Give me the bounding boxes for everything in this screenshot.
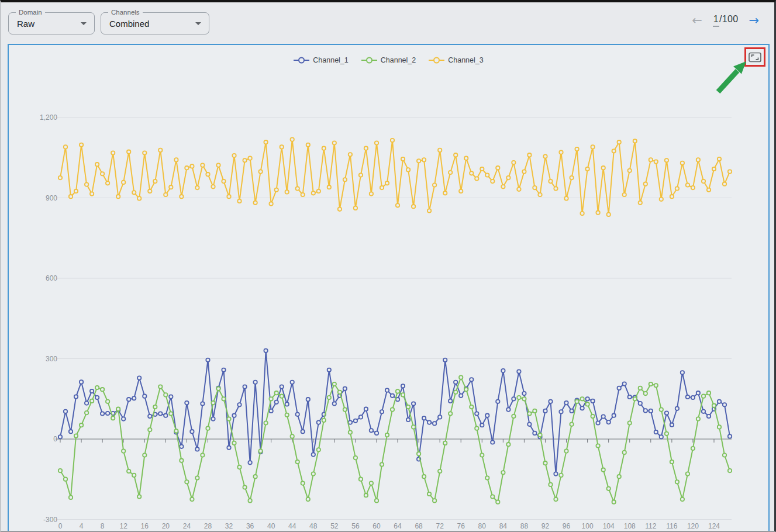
legend: Channel_1Channel_2Channel_3 xyxy=(9,56,768,64)
svg-text:8: 8 xyxy=(101,522,105,530)
channels-select[interactable]: Channels Combined xyxy=(101,12,209,34)
chart-canvas: -30003006009001,200048121620242832364044… xyxy=(9,45,768,531)
channels-select-value: Combined xyxy=(109,19,149,29)
svg-text:72: 72 xyxy=(436,522,444,530)
svg-text:124: 124 xyxy=(708,522,720,530)
svg-text:108: 108 xyxy=(624,522,636,530)
annotation-highlight-box xyxy=(744,47,765,67)
svg-text:84: 84 xyxy=(499,522,508,530)
legend-label: Channel_2 xyxy=(381,56,416,64)
domain-select-value: Raw xyxy=(17,19,35,29)
y-gridlines xyxy=(56,118,732,520)
previous-page-arrow-icon[interactable]: ← xyxy=(692,12,702,29)
page-number-input[interactable]: 1 xyxy=(713,14,719,27)
svg-text:60: 60 xyxy=(373,522,381,530)
page-indicator[interactable]: 1/100 xyxy=(713,14,739,27)
svg-text:300: 300 xyxy=(46,355,57,363)
svg-text:116: 116 xyxy=(666,522,677,530)
svg-text:44: 44 xyxy=(288,522,296,530)
legend-item-Channel_2[interactable]: Channel_2 xyxy=(361,56,416,64)
fullscreen-expand-icon xyxy=(749,52,761,63)
next-page-arrow-icon[interactable]: → xyxy=(749,12,759,29)
page-total: 100 xyxy=(722,14,739,24)
svg-text:104: 104 xyxy=(603,522,615,530)
app-window: Domain Raw Channels Combined ← 1/100 → -… xyxy=(0,0,776,532)
legend-label: Channel_3 xyxy=(448,56,483,64)
svg-text:900: 900 xyxy=(46,194,57,202)
chevron-down-icon xyxy=(195,22,201,25)
svg-text:64: 64 xyxy=(394,522,402,530)
svg-text:76: 76 xyxy=(457,522,465,530)
x-axis-zero-line xyxy=(56,439,732,443)
svg-text:92: 92 xyxy=(542,522,550,530)
svg-text:68: 68 xyxy=(415,522,423,530)
svg-text:52: 52 xyxy=(330,522,339,530)
svg-text:36: 36 xyxy=(246,522,254,530)
series-Channel_1 xyxy=(58,349,732,476)
svg-text:1,200: 1,200 xyxy=(40,113,57,122)
legend-item-Channel_3[interactable]: Channel_3 xyxy=(429,56,483,64)
legend-marker-icon xyxy=(361,57,377,64)
svg-text:600: 600 xyxy=(46,274,57,282)
svg-text:4: 4 xyxy=(80,522,84,530)
chevron-down-icon xyxy=(81,22,87,25)
pagination: ← 1/100 → xyxy=(692,12,759,29)
svg-text:-300: -300 xyxy=(43,516,57,524)
svg-text:88: 88 xyxy=(520,522,529,530)
legend-marker-icon xyxy=(429,57,444,64)
svg-text:100: 100 xyxy=(582,522,594,530)
svg-text:48: 48 xyxy=(309,522,318,530)
svg-text:120: 120 xyxy=(687,522,699,530)
series-Channel_3 xyxy=(58,137,732,216)
svg-text:28: 28 xyxy=(204,522,212,530)
channels-select-label: Channels xyxy=(108,8,143,16)
svg-text:12: 12 xyxy=(120,522,128,530)
svg-text:0: 0 xyxy=(58,522,63,530)
svg-text:56: 56 xyxy=(351,522,360,530)
svg-text:32: 32 xyxy=(225,522,233,530)
svg-text:16: 16 xyxy=(141,522,149,530)
svg-text:96: 96 xyxy=(563,522,571,530)
domain-select[interactable]: Domain Raw xyxy=(8,12,95,34)
svg-text:112: 112 xyxy=(645,522,656,530)
legend-marker-icon xyxy=(294,57,309,64)
chart-panel: -30003006009001,200048121620242832364044… xyxy=(8,44,770,532)
legend-label: Channel_1 xyxy=(313,56,348,64)
svg-text:80: 80 xyxy=(478,522,487,530)
svg-text:24: 24 xyxy=(183,522,191,530)
legend-item-Channel_1[interactable]: Channel_1 xyxy=(294,56,348,64)
svg-text:20: 20 xyxy=(162,522,170,530)
fullscreen-button[interactable] xyxy=(748,51,762,63)
domain-select-label: Domain xyxy=(16,8,45,16)
svg-text:40: 40 xyxy=(267,522,275,530)
